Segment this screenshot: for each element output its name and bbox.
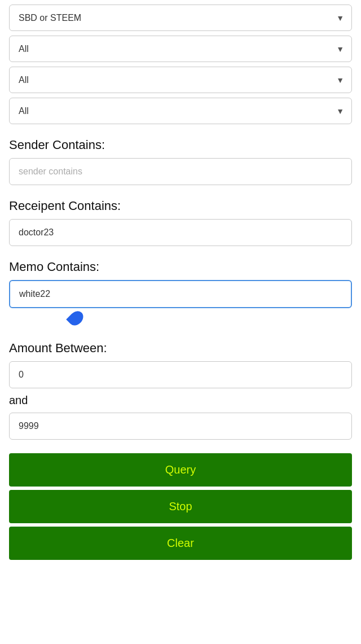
filter1-select[interactable]: All Option1 Option2 [9,36,352,62]
memo-section: Memo Contains: [9,260,352,327]
memo-label: Memo Contains: [9,260,352,274]
amount-label: Amount Between: [9,341,352,356]
filter2-select[interactable]: All Option1 Option2 [9,67,352,93]
filter1-dropdown-wrapper: All Option1 Option2 ▼ [9,36,352,62]
stop-button[interactable]: Stop [9,490,352,523]
filter2-dropdown-wrapper: All Option1 Option2 ▼ [9,67,352,93]
amount-section: Amount Between: and [9,341,352,440]
recipient-input[interactable] [9,219,352,246]
sender-label: Sender Contains: [9,138,352,152]
memo-input[interactable] [9,280,352,308]
cursor-drop-icon [66,308,86,328]
currency-select[interactable]: SBD or STEEM SBD STEEM [9,5,352,31]
clear-button[interactable]: Clear [9,527,352,560]
spacer [9,440,352,453]
sender-section: Sender Contains: [9,138,352,185]
recipient-label: Receipent Contains: [9,199,352,213]
recipient-section: Receipent Contains: [9,199,352,246]
sender-input[interactable] [9,158,352,185]
currency-dropdown-wrapper: SBD or STEEM SBD STEEM ▼ [9,5,352,31]
and-label: and [9,394,352,407]
text-cursor-indicator [71,310,352,327]
dropdowns-section: SBD or STEEM SBD STEEM ▼ All Option1 Opt… [9,5,352,124]
amount-max-input[interactable] [9,413,352,440]
amount-min-input[interactable] [9,361,352,388]
filter3-dropdown-wrapper: All Option1 Option2 ▼ [9,98,352,124]
filter3-select[interactable]: All Option1 Option2 [9,98,352,124]
query-button[interactable]: Query [9,453,352,487]
